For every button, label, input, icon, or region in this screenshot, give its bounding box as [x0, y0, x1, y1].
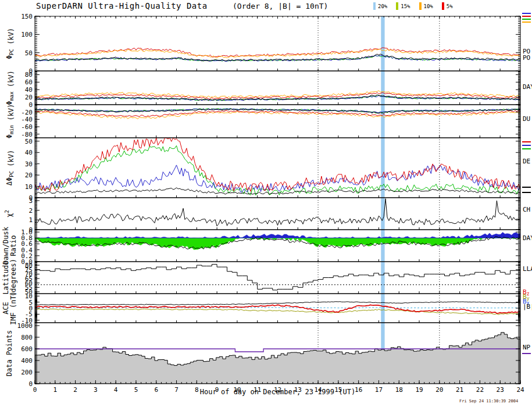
selected-time-highlight[interactable] [381, 16, 384, 384]
axis-label-phi-min: Φmin (kV) [5, 104, 15, 139]
y-tick-label: 0 [28, 380, 33, 388]
series-imf-bx [35, 308, 520, 308]
panel-ace-imf: 1050-5-10ACEIMF (nT) [2, 291, 520, 325]
y-tick-label: 40 [25, 149, 33, 156]
series-ratio-green-fill [35, 238, 520, 249]
panel-frame [35, 294, 520, 323]
y-tick-label: 2 [28, 207, 33, 215]
series-np-hist [35, 333, 520, 384]
panel-frame [35, 138, 520, 198]
series-del-blue [35, 165, 520, 192]
y-tick-label: 400 [21, 357, 33, 365]
render-timestamp: Fri Sep 24 11:30:39 2004 [459, 399, 518, 404]
axis-label-delta-phi-pc: ΔΦPC (kV) [5, 150, 15, 185]
axis-label-phi-max: Φmax (kV) [5, 70, 15, 105]
axis-label-latitude: Latitude [2, 261, 10, 295]
y-tick-label: 50 [25, 138, 33, 145]
y-tick-label: 10 [25, 183, 33, 191]
series-del-green [35, 146, 520, 195]
y-tick-label: 150 [21, 13, 33, 20]
panel-frame [35, 262, 520, 294]
right-label: |B| [523, 303, 532, 310]
y-tick-label: 40 [25, 86, 33, 94]
axis-label-dawn-dusk-ratio: Ratio [9, 235, 17, 256]
y-tick-label: 0 [28, 101, 33, 109]
right-label: CH [523, 206, 530, 213]
y-tick-label: 200 [21, 369, 33, 376]
axis-label-latitude: (degrees) [9, 259, 17, 297]
y-tick-label: 3 [28, 197, 33, 205]
y-tick-label: -80 [21, 131, 33, 138]
panel-dawn-dusk-ratio: 1.00.80.60.40.20.0Dawn/DuskRatio [2, 226, 520, 266]
right-label: NP [523, 344, 531, 351]
right-labels: POPODAYDUDECHDAYLLABzByBx|B|NP [522, 13, 532, 354]
series-dusk-orange [35, 112, 520, 119]
y-tick-label: 800 [21, 334, 33, 341]
panel-latitude: 80757065605550Latitude(degrees) [2, 259, 520, 297]
panel-phi-min: -20-40-60-80Φmin (kV) [5, 104, 520, 139]
y-tick-label: -20 [21, 109, 33, 116]
y-tick-label: 20 [25, 94, 33, 101]
series-pot-orange [35, 49, 520, 58]
right-label: LLA [523, 265, 532, 273]
axis-label-dawn-dusk-ratio: Dawn/Dusk [2, 226, 10, 265]
y-tick-label: 60 [25, 78, 33, 86]
y-tick-label: 80 [25, 71, 33, 78]
right-label: DAY [523, 83, 532, 91]
y-tick-label: 1 [28, 216, 33, 224]
panel-frame [35, 105, 520, 138]
x-axis-label: Hour of day on December, 23 1999 (UT) [35, 388, 520, 396]
right-label: DU [523, 115, 530, 123]
axis-label-ace-imf: ACE [2, 302, 10, 315]
axis-label-phi-pc: ΦPC (kV) [5, 28, 15, 59]
series-chi [35, 199, 520, 226]
y-tick-label: -40 [21, 116, 33, 123]
y-tick-label: 30 [25, 160, 33, 168]
panel-chi-squared: 3210χ2 [4, 197, 520, 234]
panel-data-points: 10008006004002000Data Points [5, 322, 520, 388]
panel-phi-max: 806040200Φmax (kV) [5, 70, 520, 109]
right-label: PO [523, 54, 530, 62]
chart-canvas: 150100500ΦPC (kV)806040200Φmax (kV)-20-4… [0, 0, 532, 407]
y-tick-label: 1000 [17, 322, 33, 330]
y-tick-label: 600 [21, 345, 33, 353]
right-label: DAY [523, 234, 532, 242]
axis-label-data-points: Data Points [5, 330, 13, 376]
panel-delta-phi-pc: 50403020100ΔΦPC (kV) [5, 138, 520, 202]
panel-frame [35, 16, 520, 71]
y-tick-label: 50 [25, 49, 33, 57]
y-tick-label: 100 [21, 31, 33, 38]
axis-label-chi-squared: χ2 [4, 210, 13, 217]
y-tick-label: 20 [25, 172, 33, 179]
axis-label-ace-imf: IMF (nT) [9, 291, 17, 325]
y-tick-label: -60 [21, 123, 33, 131]
panel-phi-pc: 150100500ΦPC (kV) [5, 13, 520, 75]
series-ratio-blue-fill [35, 233, 520, 238]
right-label: DE [523, 158, 530, 165]
series-lat-step [35, 265, 520, 290]
series-del-red [35, 138, 520, 191]
